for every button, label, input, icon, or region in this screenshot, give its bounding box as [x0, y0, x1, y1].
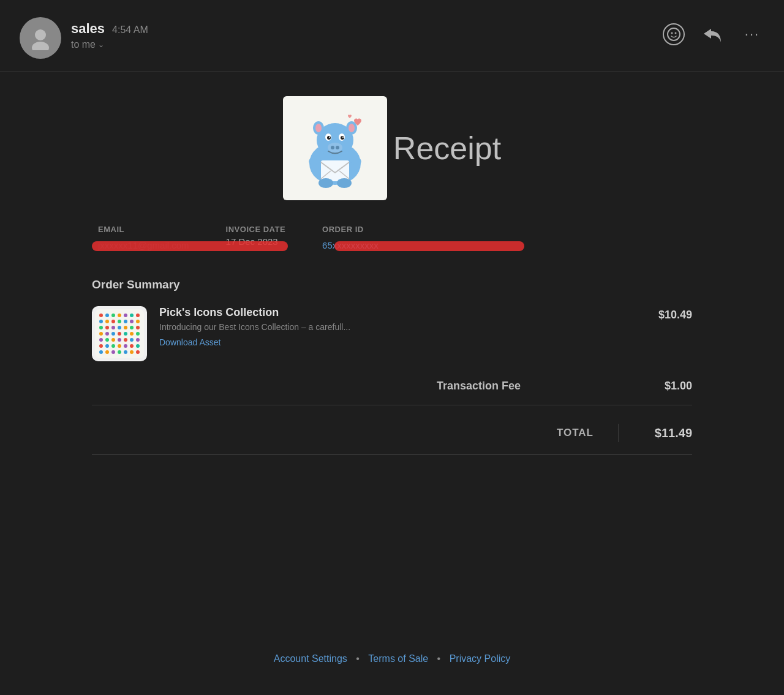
svg-point-19 — [336, 146, 339, 149]
svg-point-67 — [136, 344, 140, 348]
svg-point-70 — [111, 350, 115, 354]
svg-point-1 — [32, 42, 49, 50]
svg-point-73 — [130, 350, 134, 354]
order-id-label: ORDER ID — [322, 225, 379, 234]
svg-point-50 — [118, 332, 121, 336]
order-id-col: ORDER ID 65xxxxxxxxxx — [322, 225, 379, 254]
svg-point-38 — [130, 320, 134, 323]
total-row: TOTAL $11.49 — [92, 411, 692, 455]
svg-point-2 — [668, 28, 680, 40]
svg-point-64 — [118, 344, 121, 348]
svg-point-32 — [136, 314, 140, 317]
ellipsis-icon: ··· — [745, 26, 760, 42]
svg-point-60 — [136, 338, 140, 342]
svg-rect-20 — [321, 160, 349, 181]
svg-point-27 — [105, 314, 109, 317]
svg-point-51 — [124, 332, 127, 336]
svg-point-47 — [99, 332, 103, 336]
avatar — [20, 17, 61, 59]
svg-point-15 — [329, 137, 330, 138]
more-options-button[interactable]: ··· — [740, 22, 764, 47]
svg-point-72 — [124, 350, 127, 354]
total-inner: TOTAL $11.49 — [484, 424, 692, 442]
privacy-policy-link[interactable]: Privacy Policy — [450, 653, 511, 664]
sender-details: sales 4:54 AM to me ⌄ — [71, 17, 148, 50]
svg-point-66 — [130, 344, 134, 348]
svg-point-36 — [118, 320, 121, 323]
svg-point-62 — [105, 344, 109, 348]
svg-point-48 — [105, 332, 109, 336]
svg-point-68 — [99, 350, 103, 354]
svg-point-29 — [118, 314, 121, 317]
svg-point-42 — [111, 326, 115, 329]
footer-links: Account Settings • Terms of Sale • Priva… — [0, 653, 784, 664]
svg-point-35 — [111, 320, 115, 323]
order-summary-section: Order Summary — [92, 278, 692, 455]
svg-point-14 — [341, 136, 344, 140]
svg-point-37 — [124, 320, 127, 323]
chevron-down-icon[interactable]: ⌄ — [98, 40, 104, 49]
svg-point-49 — [111, 332, 115, 336]
svg-point-26 — [99, 314, 103, 317]
smiley-icon[interactable] — [663, 23, 685, 45]
email-body: Receipt EMAIL jxxxxxx11@gmail.com INVOIC… — [55, 72, 729, 479]
svg-point-65 — [124, 344, 127, 348]
invoice-date-label: INVOICE DATE — [226, 225, 286, 234]
svg-point-30 — [124, 314, 127, 317]
svg-point-31 — [130, 314, 134, 317]
svg-point-58 — [124, 338, 127, 342]
svg-point-46 — [136, 326, 140, 329]
svg-point-39 — [136, 320, 140, 323]
svg-point-53 — [136, 332, 140, 336]
email-redact — [92, 241, 288, 251]
item-price: $10.49 — [658, 306, 692, 321]
svg-point-4 — [675, 32, 677, 34]
svg-point-16 — [342, 137, 344, 138]
reply-button[interactable] — [701, 22, 725, 47]
download-asset-link[interactable]: Download Asset — [159, 337, 221, 347]
total-label: TOTAL — [484, 427, 618, 439]
order-summary-title: Order Summary — [92, 278, 692, 291]
svg-point-57 — [118, 338, 121, 342]
svg-point-17 — [328, 143, 342, 152]
sender-info: sales 4:54 AM to me ⌄ — [20, 17, 148, 59]
sender-name: sales — [71, 21, 105, 37]
svg-point-69 — [105, 350, 109, 354]
terms-of-sale-link[interactable]: Terms of Sale — [368, 653, 428, 664]
item-details: Pick's Icons Collection Introducing our … — [159, 306, 646, 348]
transaction-fee-row: Transaction Fee $1.00 — [92, 380, 692, 393]
account-settings-link[interactable]: Account Settings — [274, 653, 347, 664]
section-divider — [92, 405, 692, 405]
email-header: sales 4:54 AM to me ⌄ — [0, 0, 784, 72]
emoji-button[interactable] — [662, 22, 686, 47]
svg-point-28 — [111, 314, 115, 317]
svg-point-74 — [136, 350, 140, 354]
svg-point-63 — [111, 344, 115, 348]
svg-point-61 — [99, 344, 103, 348]
svg-point-56 — [111, 338, 115, 342]
svg-point-24 — [337, 178, 352, 188]
invoice-info: EMAIL jxxxxxx11@gmail.com INVOICE DATE 1… — [92, 225, 692, 254]
svg-point-59 — [130, 338, 134, 342]
svg-point-13 — [327, 136, 331, 140]
svg-point-23 — [318, 178, 333, 188]
footer-dot-1: • — [356, 653, 362, 664]
item-name: Pick's Icons Collection — [159, 306, 646, 319]
receipt-header: Receipt — [92, 96, 692, 200]
svg-point-45 — [130, 326, 134, 329]
svg-point-33 — [99, 320, 103, 323]
svg-point-8 — [315, 124, 322, 132]
svg-point-44 — [124, 326, 127, 329]
total-amount: $11.49 — [619, 426, 692, 440]
svg-point-54 — [99, 338, 103, 342]
svg-point-71 — [118, 350, 121, 354]
svg-point-18 — [331, 146, 334, 149]
sender-to[interactable]: to me ⌄ — [71, 39, 148, 50]
svg-point-40 — [99, 326, 103, 329]
transaction-fee-label: Transaction Fee — [437, 380, 521, 393]
footer-dot-2: • — [437, 653, 443, 664]
order-item: Pick's Icons Collection Introducing our … — [92, 306, 692, 361]
svg-point-34 — [105, 320, 109, 323]
svg-point-55 — [105, 338, 109, 342]
sender-time: 4:54 AM — [112, 24, 148, 36]
